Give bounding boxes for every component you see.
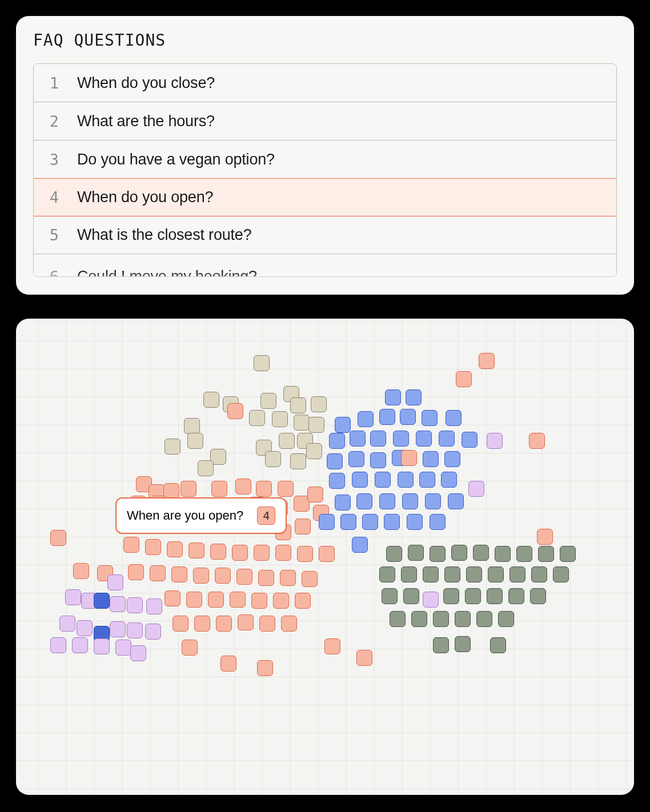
scatter-point[interactable]: [265, 451, 281, 467]
scatter-point[interactable]: [281, 616, 297, 632]
scatter-point[interactable]: [495, 546, 511, 562]
scatter-point[interactable]: [408, 545, 424, 561]
scatter-point[interactable]: [329, 473, 345, 489]
scatter-point[interactable]: [94, 593, 110, 609]
scatter-point[interactable]: [319, 546, 335, 562]
scatter-point[interactable]: [553, 566, 569, 582]
scatter-point[interactable]: [187, 433, 203, 449]
scatter-point[interactable]: [145, 539, 161, 555]
scatter-point[interactable]: [411, 611, 427, 627]
scatter-point[interactable]: [416, 431, 432, 447]
scatter-point[interactable]: [258, 570, 274, 586]
scatter-point[interactable]: [260, 393, 276, 409]
scatter-point[interactable]: [167, 541, 183, 557]
scatter-point[interactable]: [145, 624, 161, 640]
scatter-point[interactable]: [446, 410, 462, 426]
scatter-point[interactable]: [127, 597, 143, 613]
scatter-point[interactable]: [59, 616, 75, 632]
scatter-point[interactable]: [335, 417, 351, 433]
scatter-point[interactable]: [402, 493, 418, 509]
scatter-point[interactable]: [251, 593, 267, 609]
scatter-point[interactable]: [184, 418, 200, 434]
faq-item-3[interactable]: 3Do you have a vegan option?: [34, 140, 616, 179]
scatter-point[interactable]: [254, 355, 270, 371]
scatter-point[interactable]: [186, 592, 202, 608]
scatter-point[interactable]: [257, 660, 273, 676]
scatter-point[interactable]: [488, 566, 504, 582]
scatter-point[interactable]: [110, 621, 126, 637]
scatter-point[interactable]: [479, 353, 495, 369]
scatter-point[interactable]: [50, 530, 66, 546]
scatter-point[interactable]: [256, 481, 272, 497]
scatter-point[interactable]: [456, 371, 472, 387]
scatter-point[interactable]: [329, 433, 345, 449]
scatter-point[interactable]: [356, 650, 372, 666]
scatter-point[interactable]: [406, 389, 422, 405]
scatter-point[interactable]: [290, 397, 306, 413]
scatter-point[interactable]: [194, 616, 210, 632]
scatter-point[interactable]: [473, 545, 489, 561]
scatter-point[interactable]: [308, 417, 324, 433]
scatter-point[interactable]: [236, 569, 252, 585]
scatter-point[interactable]: [439, 431, 455, 447]
scatter-point[interactable]: [352, 472, 368, 488]
scatter-point[interactable]: [423, 566, 439, 582]
scatter-point[interactable]: [444, 566, 460, 582]
scatter-point[interactable]: [386, 546, 402, 562]
scatter-point[interactable]: [290, 453, 306, 469]
scatter-point[interactable]: [476, 611, 492, 627]
scatter-point[interactable]: [487, 588, 503, 604]
scatter-point[interactable]: [146, 598, 162, 614]
scatter-point[interactable]: [107, 574, 123, 590]
scatter-point[interactable]: [433, 637, 449, 653]
scatter-point[interactable]: [215, 568, 231, 584]
scatter-point[interactable]: [382, 588, 398, 604]
scatter-point[interactable]: [423, 451, 439, 467]
scatter-point[interactable]: [466, 566, 482, 582]
scatter-point[interactable]: [193, 568, 209, 584]
scatter-point[interactable]: [324, 638, 340, 654]
scatter-point[interactable]: [509, 566, 525, 582]
scatter-point[interactable]: [210, 544, 226, 560]
scatter-point[interactable]: [370, 431, 386, 447]
scatter-point[interactable]: [422, 410, 438, 426]
scatter-point[interactable]: [319, 514, 335, 530]
scatter-point[interactable]: [379, 409, 395, 425]
scatter-point[interactable]: [370, 452, 386, 468]
scatter-point[interactable]: [448, 493, 464, 509]
scatter-point[interactable]: [407, 514, 423, 530]
scatter-point[interactable]: [77, 620, 93, 636]
scatter-point[interactable]: [423, 592, 439, 608]
scatter-point[interactable]: [401, 450, 417, 466]
scatter-point[interactable]: [455, 636, 471, 652]
scatter-point[interactable]: [182, 640, 198, 656]
scatter-point[interactable]: [254, 545, 270, 561]
scatter-point[interactable]: [531, 566, 547, 582]
scatter-point[interactable]: [295, 593, 311, 609]
scatter-point[interactable]: [164, 439, 180, 455]
scatter-point[interactable]: [216, 616, 232, 632]
scatter-point[interactable]: [272, 411, 288, 427]
scatter-point[interactable]: [379, 493, 395, 509]
scatter-point[interactable]: [425, 493, 441, 509]
scatter-point[interactable]: [508, 588, 524, 604]
scatter-point[interactable]: [297, 546, 313, 562]
scatter-point[interactable]: [208, 592, 224, 608]
scatter-point[interactable]: [311, 396, 327, 412]
scatter-point[interactable]: [433, 611, 449, 627]
scatter-point[interactable]: [306, 443, 322, 459]
scatter-point[interactable]: [379, 566, 395, 582]
scatter-point[interactable]: [430, 514, 446, 530]
scatter-point[interactable]: [385, 389, 401, 405]
scatter-point[interactable]: [444, 451, 460, 467]
scatter-point[interactable]: [358, 411, 374, 427]
scatter-point[interactable]: [110, 596, 126, 612]
scatter-point[interactable]: [172, 616, 188, 632]
scatter-point[interactable]: [220, 656, 236, 672]
scatter-point[interactable]: [235, 479, 251, 495]
scatter-point[interactable]: [537, 529, 553, 545]
scatter-point[interactable]: [164, 590, 180, 606]
scatter-point[interactable]: [188, 542, 204, 558]
scatter-point[interactable]: [419, 472, 435, 488]
scatter-point[interactable]: [400, 409, 416, 425]
